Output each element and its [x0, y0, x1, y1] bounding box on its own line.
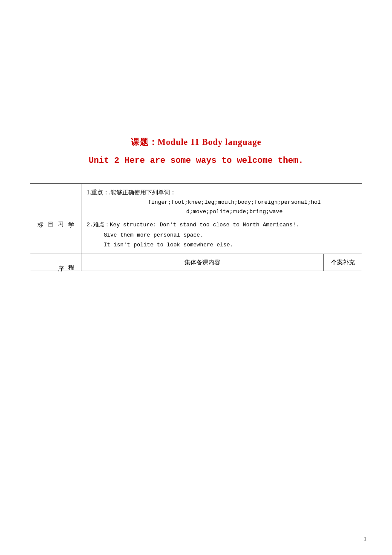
- collective-content: 集体备课内容: [81, 254, 324, 271]
- supplement-label: 个案补充: [324, 254, 362, 271]
- point1-prefix: 1.重点：.能够正确使用下列单词：: [86, 189, 176, 196]
- point2: 2.难点：Key structure: Don't stand too clos…: [86, 220, 357, 230]
- page-content: 课题：Module 11 Body language Unit 2 Here a…: [26, 17, 366, 271]
- lesson-table: 学习目标 1.重点：.能够正确使用下列单词： finger;foot;knee;…: [30, 183, 362, 271]
- point2-prefix: 2.难点：Key structure: Don't stand too clos…: [86, 222, 299, 228]
- objectives-row: 学习目标 1.重点：.能够正确使用下列单词： finger;foot;knee;…: [30, 184, 362, 254]
- point1-words-line1: finger;foot;knee;leg;mouth;body;foreign;…: [112, 198, 357, 207]
- point2-line2: Give them more personal space.: [104, 230, 357, 240]
- main-title: 课题：Module 11 Body language: [26, 136, 366, 148]
- title-section: 课题：Module 11 Body language Unit 2 Here a…: [26, 136, 366, 175]
- objectives-content: 1.重点：.能够正确使用下列单词： finger;foot;knee;leg;m…: [81, 184, 362, 254]
- page-number: 1: [364, 535, 367, 542]
- sub-title: Unit 2 Here are some ways to welcome the…: [26, 156, 366, 165]
- procedure-row: 程序 集体备课内容 个案补充: [30, 254, 362, 271]
- point2-line3: It isn't polite to look somewhere else.: [104, 240, 357, 250]
- point1-words-line2: d;move;polite;rude;bring;wave: [112, 207, 357, 217]
- objectives-label: 学习目标: [30, 184, 81, 254]
- procedure-label: 程序: [30, 254, 81, 271]
- point1: 1.重点：.能够正确使用下列单词：: [86, 187, 357, 198]
